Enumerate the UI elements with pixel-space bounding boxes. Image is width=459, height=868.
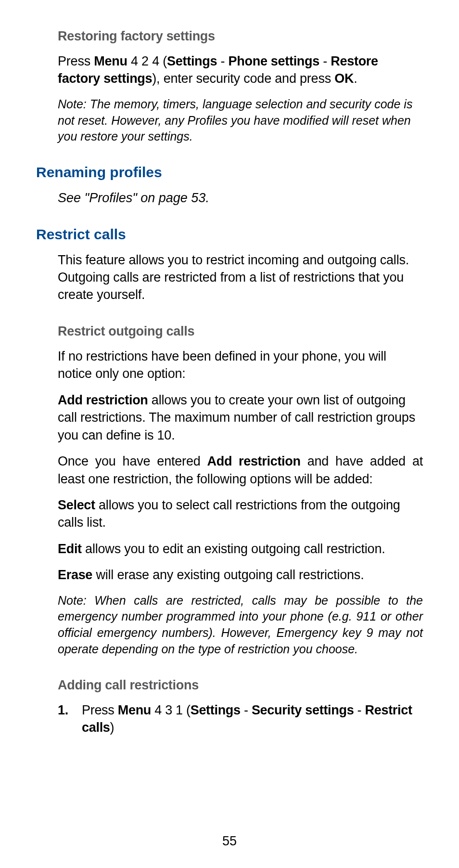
- text-run: Press: [58, 54, 94, 68]
- text-run: ): [110, 720, 115, 735]
- restrict-outgoing-add-restriction: Add restriction allows you to create you…: [36, 391, 423, 444]
- restrict-outgoing-p1: If no restrictions have been defined in …: [36, 348, 423, 383]
- step-number: 1.: [58, 701, 68, 719]
- restrict-calls-intro: This feature allows you to restrict inco…: [36, 251, 423, 304]
- restrict-outgoing-edit: Edit allows you to edit an existing outg…: [36, 540, 423, 557]
- text-run: 4 2 4 (: [128, 54, 167, 68]
- label-settings: Settings: [191, 703, 241, 717]
- label-add-restriction: Add restriction: [58, 393, 148, 407]
- text-run: Once you have entered: [58, 454, 207, 468]
- restoring-factory-settings-note: Note: The memory, timers, language selec…: [36, 96, 423, 145]
- heading-restrict-calls: Restrict calls: [36, 226, 423, 243]
- text-run: allows you to edit an existing outgoing …: [82, 542, 385, 556]
- page-number: 55: [0, 834, 459, 849]
- text-run: -: [217, 54, 228, 68]
- label-edit: Edit: [58, 542, 82, 556]
- label-phone-settings: Phone settings: [229, 54, 319, 68]
- renaming-profiles-body: See "Profiles" on page 53.: [36, 189, 423, 207]
- restrict-outgoing-select: Select allows you to select call restric…: [36, 496, 423, 531]
- text-run: 4 3 1 (: [151, 703, 191, 717]
- text-run: Press: [82, 703, 118, 717]
- text-run: -: [241, 703, 252, 717]
- text-run: .: [354, 71, 357, 86]
- heading-restrict-outgoing-calls: Restrict outgoing calls: [36, 324, 423, 339]
- restrict-outgoing-erase: Erase will erase any existing outgoing c…: [36, 566, 423, 583]
- heading-restoring-factory-settings: Restoring factory settings: [36, 29, 423, 44]
- label-menu: Menu: [118, 703, 151, 717]
- text-run: -: [319, 54, 331, 68]
- label-add-restriction-inline: Add restriction: [207, 454, 301, 468]
- label-settings: Settings: [167, 54, 217, 68]
- heading-renaming-profiles: Renaming profiles: [36, 164, 423, 181]
- text-run: will erase any existing outgoing call re…: [92, 568, 364, 582]
- restrict-outgoing-after-add: Once you have entered Add restriction an…: [36, 453, 423, 488]
- restoring-factory-settings-body: Press Menu 4 2 4 (Settings - Phone setti…: [36, 52, 423, 88]
- label-select: Select: [58, 498, 95, 512]
- label-security-settings: Security settings: [252, 703, 354, 717]
- text-run: -: [354, 703, 365, 717]
- text-run: allows you to select call restrictions f…: [58, 498, 400, 530]
- label-erase: Erase: [58, 568, 92, 582]
- label-menu: Menu: [94, 54, 127, 68]
- adding-call-restrictions-steps: 1. Press Menu 4 3 1 (Settings - Security…: [36, 701, 423, 737]
- step-1: 1. Press Menu 4 3 1 (Settings - Security…: [58, 701, 423, 737]
- restrict-outgoing-note: Note: When calls are restricted, calls m…: [36, 593, 423, 658]
- text-run: ), enter security code and press: [152, 71, 334, 86]
- heading-adding-call-restrictions: Adding call restrictions: [36, 678, 423, 693]
- manual-page: Restoring factory settings Press Menu 4 …: [0, 0, 459, 868]
- label-ok: OK: [334, 71, 354, 86]
